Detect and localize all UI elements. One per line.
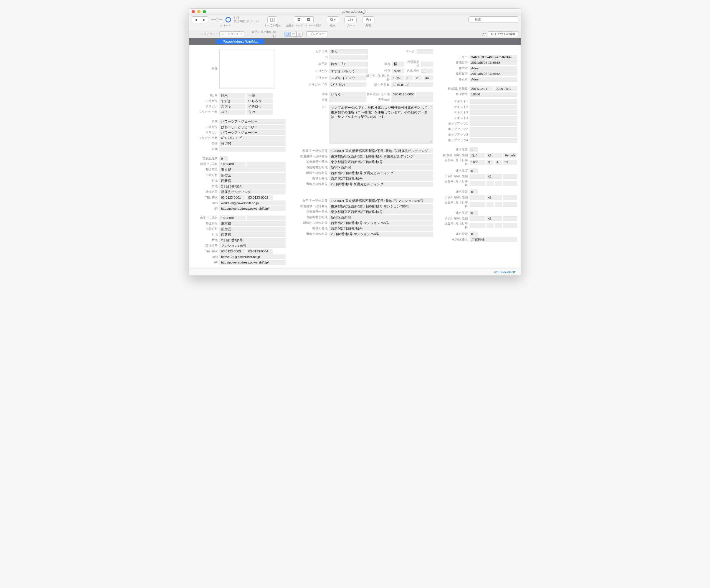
view-form-button[interactable] [284, 32, 290, 37]
search-button[interactable]: ▾ [327, 16, 339, 23]
search-input[interactable] [469, 16, 518, 22]
next-record-button[interactable]: ▶ [200, 16, 208, 23]
hero-bar: PowerAddress Win/Mac [189, 38, 521, 45]
record-count: 3 / 3 該当件数 (未ソート) [234, 16, 259, 23]
minimize-window-button[interactable] [197, 10, 200, 13]
view-switch [284, 32, 303, 37]
sei-field[interactable]: 鈴木 [219, 93, 245, 98]
window-title: poweraddress_fm [189, 10, 521, 14]
new-record-button[interactable] [294, 16, 304, 23]
svg-rect-12 [286, 33, 289, 35]
app-window: poweraddress_fm ◀ ▶ 1 3 / 3 該 [189, 8, 521, 276]
record-pie-icon [226, 17, 231, 22]
brand-button[interactable]: PowerAddress Win/Mac [217, 39, 264, 44]
close-window-button[interactable] [192, 10, 195, 13]
record-body: 画像 姓, 名鈴木一郎 ふりがなすずきいちろう フリガナスズキイチロウ フリガナ… [189, 45, 521, 268]
svg-rect-1 [273, 18, 274, 21]
record-grouplabel: レコード [220, 24, 231, 27]
preview-button[interactable]: プレビュー [306, 31, 328, 37]
mei-field[interactable]: 一郎 [246, 93, 273, 98]
layout-edit-button[interactable]: レイアウトの編集 [488, 31, 518, 37]
memo-field[interactable]: サンプルデータ#1です。地図検索および郵便番号検索の例として、東京都庁の住所（〒… [329, 104, 433, 144]
view-table-button[interactable] [297, 32, 303, 37]
right-column: 主キー3A63EDC9-409B-4058-9A4F 作成日時2019/05/0… [443, 49, 517, 265]
middle-column: カテゴリ友人 マーク ID 表示名鈴木 一郎 敬称様 表示名形式 ふりがなすずき… [296, 49, 433, 265]
footer: 2019 Powershift [189, 268, 521, 276]
svg-rect-0 [270, 18, 272, 21]
zoom-window-button[interactable] [203, 10, 206, 13]
sort-button[interactable]: ▾ [345, 16, 357, 23]
prev-record-button[interactable]: ◀ [192, 16, 200, 23]
footer-link[interactable]: 2019 Powershift [494, 271, 516, 274]
delete-record-button[interactable] [304, 16, 314, 23]
layout-select[interactable]: レイアウト3▾ [219, 31, 244, 37]
view-list-button[interactable] [290, 32, 297, 37]
toolbar: ◀ ▶ 1 3 / 3 該当件数 (未ソート) レコード [189, 15, 521, 30]
left-column: 画像 姓, 名鈴木一郎 ふりがなすずきいちろう フリガナスズキイチロウ フリガナ… [193, 49, 286, 265]
record-current[interactable]: 1 [211, 16, 223, 20]
image-well[interactable] [219, 49, 275, 89]
subtoolbar: レイアウト: レイアウト3▾ 表示方法の切り替え: プレビュー Aa レイアウト… [189, 30, 521, 38]
titlebar: poweraddress_fm [189, 8, 521, 15]
svg-line-8 [332, 20, 333, 21]
text-options-button[interactable]: Aa [482, 32, 486, 36]
show-all-button[interactable] [267, 16, 277, 23]
memo-scroll[interactable]: ^v [430, 106, 433, 143]
svg-point-7 [330, 18, 333, 21]
share-button[interactable]: ▾ [362, 16, 374, 23]
